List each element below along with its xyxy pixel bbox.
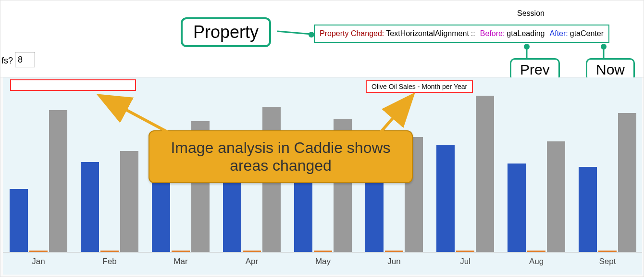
bar — [314, 251, 332, 252]
bar — [243, 251, 261, 252]
bar-group — [430, 94, 501, 252]
month-label: Feb — [74, 257, 145, 266]
month-label: Apr — [216, 257, 287, 266]
before-value: gtaLeading — [507, 29, 545, 38]
highlight-box-left — [10, 79, 136, 91]
fs-input[interactable] — [15, 52, 35, 67]
bar — [508, 164, 526, 252]
month-label: Sept — [572, 257, 643, 266]
bar — [579, 167, 597, 252]
bar — [49, 110, 67, 252]
before-label: Before: — [480, 29, 505, 38]
connector-dot-now — [601, 44, 607, 50]
property-changed-sep: :: — [471, 29, 475, 38]
property-changed-box: Property Changed: TextHorizontalAlignmen… — [314, 25, 609, 43]
bar — [618, 113, 636, 252]
month-label: Mar — [145, 257, 216, 266]
bar — [598, 251, 617, 252]
month-label: Aug — [501, 257, 572, 266]
bar — [100, 251, 119, 252]
chart-title: Olive Oil Sales - Month per Year — [366, 80, 473, 93]
bar — [81, 162, 99, 252]
annotation-note: Image analysis in Caddie shows areas cha… — [149, 130, 413, 183]
month-label: Jun — [359, 257, 430, 266]
bar-group — [74, 94, 145, 252]
month-column: Jan — [3, 94, 74, 267]
bar — [10, 189, 28, 252]
month-column: Sept — [572, 94, 643, 267]
bar — [547, 141, 565, 252]
month-label: May — [287, 257, 359, 266]
bar — [456, 251, 474, 252]
bar — [120, 151, 138, 252]
month-label: Jul — [430, 257, 501, 266]
after-label: After: — [550, 29, 568, 38]
bar-group — [3, 94, 74, 252]
connector-dot-prev — [524, 44, 530, 50]
fs-suffix-label: fs? — [1, 56, 13, 66]
session-label: Session — [517, 9, 545, 18]
bar — [172, 251, 190, 252]
bar-group — [501, 94, 572, 252]
bar — [436, 145, 455, 252]
bar — [29, 251, 48, 252]
month-label: Jan — [3, 257, 74, 266]
property-changed-label: Property Changed: — [320, 29, 384, 38]
bar — [476, 96, 494, 252]
property-changed-name: TextHorizontalAlignment — [386, 29, 469, 38]
month-column: Aug — [501, 94, 572, 267]
month-column: Jul — [430, 94, 501, 267]
bar-group — [572, 94, 643, 252]
callout-property: Property — [181, 17, 271, 47]
month-column: Feb — [74, 94, 145, 267]
bar — [527, 251, 545, 252]
bar — [385, 251, 403, 252]
after-value: gtaCenter — [570, 29, 604, 38]
